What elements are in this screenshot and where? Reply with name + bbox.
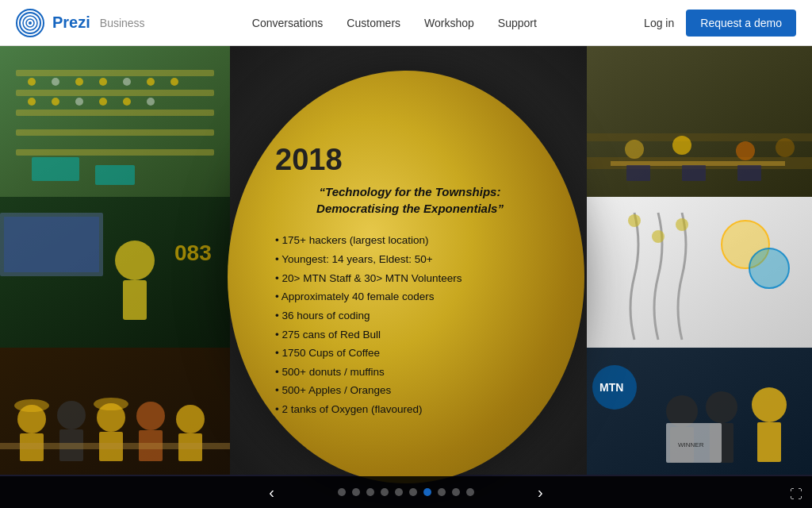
slide-dot-5[interactable]	[409, 488, 417, 496]
svg-point-20	[75, 98, 83, 106]
svg-point-33	[672, 136, 691, 155]
svg-text:083: 083	[174, 241, 212, 265]
svg-rect-78	[757, 422, 781, 462]
svg-point-53	[749, 248, 789, 288]
nav-customers[interactable]: Customers	[347, 17, 400, 29]
login-link[interactable]: Log in	[644, 17, 674, 29]
bullet-item: Approximately 40 female coders	[275, 287, 462, 306]
svg-point-62	[136, 402, 165, 430]
nav-conversations[interactable]: Conversations	[252, 17, 324, 29]
bullet-item: 1750 Cups of Coffee	[275, 344, 462, 363]
svg-point-68	[94, 398, 128, 410]
bullet-item: 275 cans of Red Bull	[275, 325, 462, 344]
svg-rect-31	[587, 133, 812, 141]
svg-rect-43	[4, 217, 99, 272]
prev-arrow[interactable]: ‹	[205, 483, 338, 502]
photo-crowd-table	[0, 348, 230, 475]
svg-point-22	[123, 98, 131, 106]
dot-indicator	[338, 488, 474, 496]
svg-point-35	[776, 138, 795, 157]
svg-point-19	[52, 98, 59, 106]
svg-rect-9	[16, 129, 214, 136]
svg-point-21	[99, 98, 107, 106]
svg-point-50	[652, 230, 665, 243]
svg-point-12	[52, 78, 59, 86]
slide-dot-3[interactable]	[381, 488, 389, 496]
logo-area: Prezi Business	[16, 9, 145, 37]
bullet-item: 500+ donuts / muffins	[275, 363, 462, 382]
svg-point-18	[28, 98, 36, 106]
photo-lab	[587, 197, 812, 348]
svg-rect-37	[626, 165, 650, 181]
svg-text:MTN: MTN	[599, 381, 623, 394]
svg-point-13	[75, 78, 83, 86]
svg-point-58	[57, 401, 86, 429]
svg-point-14	[99, 78, 107, 86]
svg-point-77	[752, 387, 787, 422]
photo-presenter: 083	[0, 197, 230, 348]
slide-subtitle: “Technology for the Townships:Democratis…	[275, 183, 545, 217]
slide-dot-2[interactable]	[366, 488, 374, 496]
svg-rect-7	[16, 90, 214, 96]
request-demo-button[interactable]: Request a demo	[686, 10, 796, 37]
slide-year: 2018	[275, 143, 343, 177]
slide-dot-1[interactable]	[352, 488, 360, 496]
svg-rect-39	[737, 165, 761, 181]
svg-rect-25	[95, 165, 135, 185]
slide-dot-8[interactable]	[452, 488, 460, 496]
svg-point-16	[147, 78, 155, 86]
svg-text:WINNER: WINNER	[678, 441, 704, 448]
svg-point-44	[115, 241, 155, 280]
svg-rect-24	[32, 157, 79, 181]
svg-point-49	[628, 214, 641, 227]
bullet-item: 2 tanks of Oxygen (flavoured)	[275, 400, 462, 419]
svg-point-73	[666, 395, 698, 427]
nav-actions: Log in Request a demo	[644, 10, 796, 37]
svg-point-75	[706, 391, 737, 423]
content-area: 083	[0, 46, 812, 508]
bullet-item: 20> MTN Staff & 30> MTN Volunteers	[275, 269, 462, 288]
bullet-item: Youngest: 14 years, Eldest: 50+	[275, 250, 462, 269]
slide-dot-6[interactable]	[423, 488, 431, 496]
svg-point-32	[625, 140, 644, 159]
photo-group: MTN WINNER	[587, 348, 812, 475]
navbar: Prezi Business Conversations Customers W…	[0, 0, 812, 46]
svg-rect-8	[16, 110, 214, 116]
bullet-item: 175+ hackers (largest location)	[275, 231, 462, 250]
svg-rect-6	[16, 70, 214, 76]
svg-point-64	[176, 405, 205, 433]
nav-support[interactable]: Support	[498, 17, 537, 29]
svg-rect-45	[123, 280, 147, 320]
photo-aerial-crowd	[0, 46, 230, 197]
nav-workshop[interactable]: Workshop	[424, 17, 474, 29]
bottom-navigation-bar: ‹ › ⛶	[0, 476, 812, 508]
nav-links: Conversations Customers Workshop Support	[252, 17, 537, 29]
svg-point-51	[676, 218, 688, 231]
slide-dot-4[interactable]	[395, 488, 403, 496]
svg-point-23	[147, 98, 155, 106]
bullet-item: 36 hours of coding	[275, 306, 462, 325]
slide-dot-7[interactable]	[438, 488, 446, 496]
svg-point-67	[14, 399, 49, 412]
logo-brand: Prezi	[52, 13, 90, 32]
prezi-logo-icon	[16, 9, 44, 37]
svg-rect-10	[16, 149, 214, 156]
svg-point-15	[123, 78, 131, 86]
slide-dot-9[interactable]	[466, 488, 474, 496]
svg-point-3	[29, 21, 32, 25]
photo-warehouse	[587, 46, 812, 197]
bullet-item: 500+ Apples / Oranges	[275, 381, 462, 400]
svg-point-34	[736, 141, 755, 160]
svg-point-11	[28, 78, 36, 86]
svg-rect-66	[0, 443, 230, 449]
svg-point-17	[170, 78, 178, 86]
svg-rect-38	[682, 165, 706, 181]
next-arrow[interactable]: ›	[474, 483, 607, 502]
slide-bullet-list: 175+ hackers (largest location)Youngest:…	[275, 231, 462, 418]
slide-circle-overlay: 2018 “Technology for the Townships:Democ…	[228, 71, 584, 483]
slide-dot-0[interactable]	[338, 488, 346, 496]
logo-product: Business	[100, 17, 145, 29]
expand-icon[interactable]: ⛶	[790, 487, 802, 502]
